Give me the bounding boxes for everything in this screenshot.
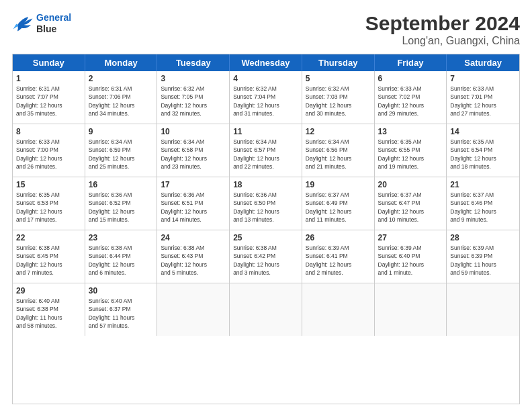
calendar-cell: 18Sunrise: 6:36 AM Sunset: 6:50 PM Dayli… xyxy=(230,177,302,230)
day-info: Sunrise: 6:34 AM Sunset: 6:59 PM Dayligh… xyxy=(89,138,154,171)
day-number: 20 xyxy=(378,180,443,189)
day-info: Sunrise: 6:34 AM Sunset: 6:56 PM Dayligh… xyxy=(306,138,371,171)
calendar-week-3: 22Sunrise: 6:38 AM Sunset: 6:45 PM Dayli… xyxy=(13,230,519,283)
calendar-cell: 14Sunrise: 6:35 AM Sunset: 6:54 PM Dayli… xyxy=(447,124,519,177)
header-day-sunday: Sunday xyxy=(13,54,85,71)
day-number: 8 xyxy=(16,127,81,136)
calendar-cell: 30Sunrise: 6:40 AM Sunset: 6:37 PM Dayli… xyxy=(85,283,158,336)
calendar-cell: 8Sunrise: 6:33 AM Sunset: 7:00 PM Daylig… xyxy=(13,124,85,177)
calendar-cell: 17Sunrise: 6:36 AM Sunset: 6:51 PM Dayli… xyxy=(157,177,230,230)
day-number: 4 xyxy=(233,74,298,83)
calendar-cell: 6Sunrise: 6:33 AM Sunset: 7:02 PM Daylig… xyxy=(375,71,447,124)
logo-text: General Blue xyxy=(36,12,71,35)
calendar: SundayMondayTuesdayWednesdayThursdayFrid… xyxy=(12,54,520,404)
day-number: 1 xyxy=(16,74,81,83)
calendar-cell: 2Sunrise: 6:31 AM Sunset: 7:06 PM Daylig… xyxy=(85,71,158,124)
calendar-cell: 9Sunrise: 6:34 AM Sunset: 6:59 PM Daylig… xyxy=(85,124,158,177)
header-day-saturday: Saturday xyxy=(447,54,519,71)
title-block: September 2024 Long'an, Guangxi, China xyxy=(365,12,520,47)
calendar-cell: 23Sunrise: 6:38 AM Sunset: 6:44 PM Dayli… xyxy=(85,230,158,283)
calendar-week-4: 29Sunrise: 6:40 AM Sunset: 6:38 PM Dayli… xyxy=(13,283,519,336)
day-number: 27 xyxy=(378,233,443,242)
calendar-cell: 5Sunrise: 6:32 AM Sunset: 7:03 PM Daylig… xyxy=(302,71,375,124)
day-info: Sunrise: 6:32 AM Sunset: 7:03 PM Dayligh… xyxy=(306,85,371,118)
calendar-cell: 21Sunrise: 6:37 AM Sunset: 6:46 PM Dayli… xyxy=(447,177,519,230)
day-info: Sunrise: 6:32 AM Sunset: 7:04 PM Dayligh… xyxy=(233,85,298,118)
day-info: Sunrise: 6:31 AM Sunset: 7:06 PM Dayligh… xyxy=(89,85,154,118)
calendar-cell: 4Sunrise: 6:32 AM Sunset: 7:04 PM Daylig… xyxy=(230,71,302,124)
day-number: 11 xyxy=(233,127,298,136)
day-info: Sunrise: 6:35 AM Sunset: 6:53 PM Dayligh… xyxy=(16,191,81,224)
day-info: Sunrise: 6:39 AM Sunset: 6:39 PM Dayligh… xyxy=(450,244,516,277)
day-number: 5 xyxy=(306,74,371,83)
calendar-cell: 19Sunrise: 6:37 AM Sunset: 6:49 PM Dayli… xyxy=(302,177,375,230)
calendar-cell: 13Sunrise: 6:35 AM Sunset: 6:55 PM Dayli… xyxy=(375,124,447,177)
day-info: Sunrise: 6:33 AM Sunset: 7:00 PM Dayligh… xyxy=(16,138,81,171)
day-number: 23 xyxy=(89,233,154,242)
calendar-title: September 2024 xyxy=(365,12,520,35)
calendar-week-0: 1Sunrise: 6:31 AM Sunset: 7:07 PM Daylig… xyxy=(13,71,519,124)
header-day-tuesday: Tuesday xyxy=(157,54,230,71)
day-info: Sunrise: 6:40 AM Sunset: 6:37 PM Dayligh… xyxy=(89,297,154,330)
day-number: 13 xyxy=(378,127,443,136)
day-number: 6 xyxy=(378,74,443,83)
calendar-cell xyxy=(447,283,519,336)
day-info: Sunrise: 6:37 AM Sunset: 6:47 PM Dayligh… xyxy=(378,191,443,224)
day-info: Sunrise: 6:34 AM Sunset: 6:57 PM Dayligh… xyxy=(233,138,298,171)
day-number: 16 xyxy=(89,180,154,189)
day-number: 21 xyxy=(450,180,516,189)
day-info: Sunrise: 6:34 AM Sunset: 6:58 PM Dayligh… xyxy=(161,138,226,171)
day-info: Sunrise: 6:38 AM Sunset: 6:42 PM Dayligh… xyxy=(233,244,298,277)
day-number: 26 xyxy=(306,233,371,242)
calendar-cell: 16Sunrise: 6:36 AM Sunset: 6:52 PM Dayli… xyxy=(85,177,158,230)
day-info: Sunrise: 6:36 AM Sunset: 6:52 PM Dayligh… xyxy=(89,191,154,224)
header-day-thursday: Thursday xyxy=(302,54,375,71)
day-info: Sunrise: 6:32 AM Sunset: 7:05 PM Dayligh… xyxy=(161,85,226,118)
day-info: Sunrise: 6:39 AM Sunset: 6:40 PM Dayligh… xyxy=(378,244,443,277)
day-number: 12 xyxy=(306,127,371,136)
day-number: 9 xyxy=(89,127,154,136)
calendar-cell: 22Sunrise: 6:38 AM Sunset: 6:45 PM Dayli… xyxy=(13,230,85,283)
day-number: 29 xyxy=(16,286,81,295)
day-number: 2 xyxy=(89,74,154,83)
day-number: 28 xyxy=(450,233,516,242)
logo-icon xyxy=(12,14,34,33)
day-number: 19 xyxy=(306,180,371,189)
day-number: 3 xyxy=(161,74,226,83)
page: General Blue September 2024 Long'an, Gua… xyxy=(0,0,532,411)
calendar-cell xyxy=(302,283,375,336)
calendar-cell: 11Sunrise: 6:34 AM Sunset: 6:57 PM Dayli… xyxy=(230,124,302,177)
calendar-cell: 20Sunrise: 6:37 AM Sunset: 6:47 PM Dayli… xyxy=(375,177,447,230)
day-info: Sunrise: 6:38 AM Sunset: 6:43 PM Dayligh… xyxy=(161,244,226,277)
day-number: 17 xyxy=(161,180,226,189)
day-info: Sunrise: 6:35 AM Sunset: 6:55 PM Dayligh… xyxy=(378,138,443,171)
day-info: Sunrise: 6:36 AM Sunset: 6:51 PM Dayligh… xyxy=(161,191,226,224)
day-info: Sunrise: 6:33 AM Sunset: 7:01 PM Dayligh… xyxy=(450,85,516,118)
day-number: 15 xyxy=(16,180,81,189)
calendar-cell xyxy=(157,283,230,336)
day-info: Sunrise: 6:36 AM Sunset: 6:50 PM Dayligh… xyxy=(233,191,298,224)
day-info: Sunrise: 6:35 AM Sunset: 6:54 PM Dayligh… xyxy=(450,138,516,171)
day-info: Sunrise: 6:39 AM Sunset: 6:41 PM Dayligh… xyxy=(306,244,371,277)
day-number: 14 xyxy=(450,127,516,136)
day-number: 30 xyxy=(89,286,154,295)
logo-line2: Blue xyxy=(36,24,71,35)
calendar-cell xyxy=(375,283,447,336)
calendar-cell: 28Sunrise: 6:39 AM Sunset: 6:39 PM Dayli… xyxy=(447,230,519,283)
day-info: Sunrise: 6:37 AM Sunset: 6:49 PM Dayligh… xyxy=(306,191,371,224)
day-number: 24 xyxy=(161,233,226,242)
header-day-friday: Friday xyxy=(375,54,447,71)
calendar-cell: 3Sunrise: 6:32 AM Sunset: 7:05 PM Daylig… xyxy=(157,71,230,124)
calendar-cell: 12Sunrise: 6:34 AM Sunset: 6:56 PM Dayli… xyxy=(302,124,375,177)
day-number: 7 xyxy=(450,74,516,83)
calendar-body: 1Sunrise: 6:31 AM Sunset: 7:07 PM Daylig… xyxy=(13,71,519,336)
day-number: 25 xyxy=(233,233,298,242)
day-info: Sunrise: 6:38 AM Sunset: 6:45 PM Dayligh… xyxy=(16,244,81,277)
calendar-subtitle: Long'an, Guangxi, China xyxy=(365,35,520,47)
day-info: Sunrise: 6:40 AM Sunset: 6:38 PM Dayligh… xyxy=(16,297,81,330)
header-day-monday: Monday xyxy=(85,54,158,71)
day-number: 22 xyxy=(16,233,81,242)
calendar-week-2: 15Sunrise: 6:35 AM Sunset: 6:53 PM Dayli… xyxy=(13,177,519,230)
day-info: Sunrise: 6:31 AM Sunset: 7:07 PM Dayligh… xyxy=(16,85,81,118)
day-info: Sunrise: 6:38 AM Sunset: 6:44 PM Dayligh… xyxy=(89,244,154,277)
